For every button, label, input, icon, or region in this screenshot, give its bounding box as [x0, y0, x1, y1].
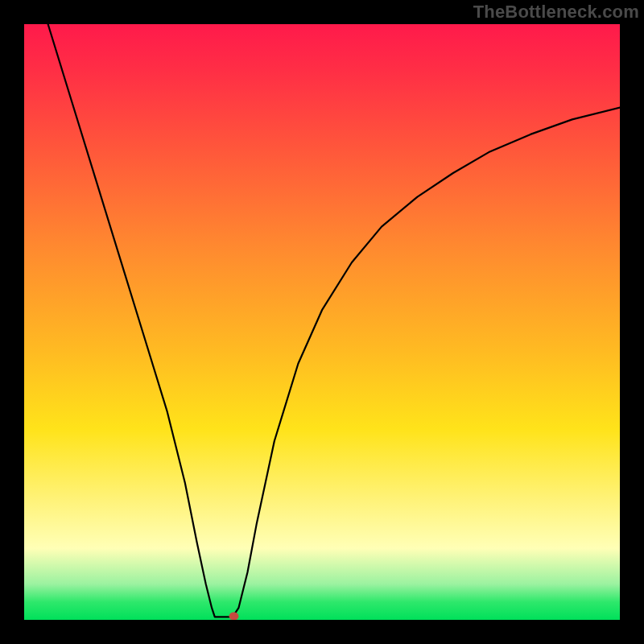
chart-svg: [24, 24, 620, 620]
watermark-text: TheBottleneck.com: [473, 2, 639, 23]
minimum-marker: [229, 613, 238, 620]
curve-line: [48, 24, 620, 617]
plot-area: [24, 24, 620, 620]
chart-frame: TheBottleneck.com: [0, 0, 644, 644]
